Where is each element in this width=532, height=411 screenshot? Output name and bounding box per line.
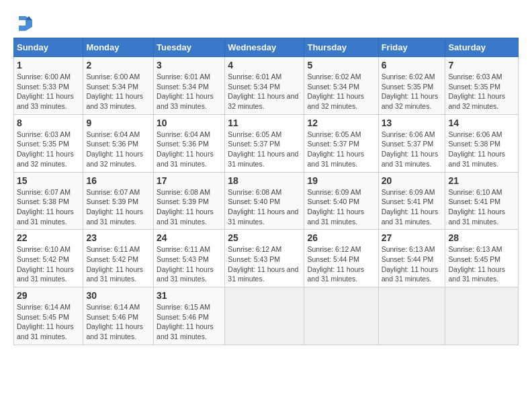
calendar-cell: 27Sunrise: 6:13 AMSunset: 5:44 PMDayligh… xyxy=(378,230,445,287)
col-header-wednesday: Wednesday xyxy=(225,38,304,57)
week-row-5: 29Sunrise: 6:14 AMSunset: 5:45 PMDayligh… xyxy=(14,287,519,345)
calendar-cell: 7Sunrise: 6:03 AMSunset: 5:35 PMDaylight… xyxy=(445,57,519,115)
day-number: 19 xyxy=(307,175,375,186)
calendar-cell: 31Sunrise: 6:15 AMSunset: 5:46 PMDayligh… xyxy=(154,287,225,345)
day-info: Sunrise: 6:00 AMSunset: 5:34 PMDaylight:… xyxy=(86,73,143,110)
calendar-cell: 17Sunrise: 6:08 AMSunset: 5:39 PMDayligh… xyxy=(154,172,225,230)
day-info: Sunrise: 6:03 AMSunset: 5:35 PMDaylight:… xyxy=(448,73,505,110)
calendar-cell: 22Sunrise: 6:10 AMSunset: 5:42 PMDayligh… xyxy=(14,230,83,287)
calendar-cell: 29Sunrise: 6:14 AMSunset: 5:45 PMDayligh… xyxy=(14,287,83,345)
day-number: 23 xyxy=(86,232,150,243)
day-info: Sunrise: 6:08 AMSunset: 5:39 PMDaylight:… xyxy=(157,188,214,226)
day-info: Sunrise: 6:05 AMSunset: 5:37 PMDaylight:… xyxy=(307,130,364,168)
day-info: Sunrise: 6:10 AMSunset: 5:42 PMDaylight:… xyxy=(17,245,74,283)
day-info: Sunrise: 6:02 AMSunset: 5:34 PMDaylight:… xyxy=(307,73,364,110)
col-header-thursday: Thursday xyxy=(304,38,378,57)
day-info: Sunrise: 6:06 AMSunset: 5:38 PMDaylight:… xyxy=(448,130,505,168)
day-number: 7 xyxy=(448,60,515,71)
day-info: Sunrise: 6:09 AMSunset: 5:41 PMDaylight:… xyxy=(382,188,439,226)
col-header-tuesday: Tuesday xyxy=(154,38,225,57)
calendar-cell: 8Sunrise: 6:03 AMSunset: 5:35 PMDaylight… xyxy=(14,114,83,172)
calendar-cell: 20Sunrise: 6:09 AMSunset: 5:41 PMDayligh… xyxy=(378,172,445,230)
calendar-cell: 3Sunrise: 6:01 AMSunset: 5:34 PMDaylight… xyxy=(154,57,225,115)
calendar-cell xyxy=(225,287,304,345)
day-number: 26 xyxy=(307,232,375,243)
day-number: 5 xyxy=(307,60,375,71)
day-number: 27 xyxy=(382,232,443,243)
calendar-cell xyxy=(304,287,378,345)
day-info: Sunrise: 6:10 AMSunset: 5:41 PMDaylight:… xyxy=(448,188,505,226)
day-number: 13 xyxy=(382,118,443,128)
day-number: 2 xyxy=(86,60,150,71)
calendar-cell: 2Sunrise: 6:00 AMSunset: 5:34 PMDaylight… xyxy=(83,57,154,115)
calendar-cell: 10Sunrise: 6:04 AMSunset: 5:36 PMDayligh… xyxy=(154,114,225,172)
day-info: Sunrise: 6:14 AMSunset: 5:45 PMDaylight:… xyxy=(17,303,74,340)
day-info: Sunrise: 6:12 AMSunset: 5:43 PMDaylight:… xyxy=(228,245,298,283)
col-header-monday: Monday xyxy=(83,38,154,57)
day-number: 11 xyxy=(228,118,301,128)
week-row-3: 15Sunrise: 6:07 AMSunset: 5:38 PMDayligh… xyxy=(14,172,519,230)
calendar-cell: 4Sunrise: 6:01 AMSunset: 5:34 PMDaylight… xyxy=(225,57,304,115)
day-info: Sunrise: 6:01 AMSunset: 5:34 PMDaylight:… xyxy=(228,73,298,110)
day-info: Sunrise: 6:05 AMSunset: 5:37 PMDaylight:… xyxy=(228,130,298,168)
logo-icon xyxy=(13,13,32,32)
header xyxy=(13,13,519,32)
week-row-4: 22Sunrise: 6:10 AMSunset: 5:42 PMDayligh… xyxy=(14,230,519,287)
calendar-table: SundayMondayTuesdayWednesdayThursdayFrid… xyxy=(13,38,519,345)
week-row-1: 1Sunrise: 6:00 AMSunset: 5:33 PMDaylight… xyxy=(14,57,519,115)
day-number: 20 xyxy=(382,175,443,186)
col-header-saturday: Saturday xyxy=(445,38,519,57)
calendar-cell: 25Sunrise: 6:12 AMSunset: 5:43 PMDayligh… xyxy=(225,230,304,287)
day-number: 3 xyxy=(157,60,222,71)
day-number: 15 xyxy=(17,175,80,186)
day-number: 17 xyxy=(157,175,222,186)
day-info: Sunrise: 6:01 AMSunset: 5:34 PMDaylight:… xyxy=(157,73,214,110)
day-info: Sunrise: 6:09 AMSunset: 5:40 PMDaylight:… xyxy=(307,188,364,226)
day-info: Sunrise: 6:11 AMSunset: 5:42 PMDaylight:… xyxy=(86,245,143,283)
logo xyxy=(13,13,35,32)
day-number: 29 xyxy=(17,290,80,301)
day-number: 12 xyxy=(307,118,375,128)
calendar-cell: 9Sunrise: 6:04 AMSunset: 5:36 PMDaylight… xyxy=(83,114,154,172)
day-number: 14 xyxy=(448,118,515,128)
calendar-cell: 12Sunrise: 6:05 AMSunset: 5:37 PMDayligh… xyxy=(304,114,378,172)
day-number: 24 xyxy=(157,232,222,243)
calendar-cell: 14Sunrise: 6:06 AMSunset: 5:38 PMDayligh… xyxy=(445,114,519,172)
calendar-cell: 1Sunrise: 6:00 AMSunset: 5:33 PMDaylight… xyxy=(14,57,83,115)
day-info: Sunrise: 6:14 AMSunset: 5:46 PMDaylight:… xyxy=(86,303,143,340)
day-number: 25 xyxy=(228,232,301,243)
calendar-cell: 28Sunrise: 6:13 AMSunset: 5:45 PMDayligh… xyxy=(445,230,519,287)
calendar-cell: 6Sunrise: 6:02 AMSunset: 5:35 PMDaylight… xyxy=(378,57,445,115)
day-info: Sunrise: 6:07 AMSunset: 5:38 PMDaylight:… xyxy=(17,188,74,226)
day-number: 9 xyxy=(86,118,150,128)
day-info: Sunrise: 6:11 AMSunset: 5:43 PMDaylight:… xyxy=(157,245,214,283)
calendar-cell: 13Sunrise: 6:06 AMSunset: 5:37 PMDayligh… xyxy=(378,114,445,172)
day-info: Sunrise: 6:02 AMSunset: 5:35 PMDaylight:… xyxy=(382,73,439,110)
calendar-cell: 16Sunrise: 6:07 AMSunset: 5:39 PMDayligh… xyxy=(83,172,154,230)
day-number: 8 xyxy=(17,118,80,128)
calendar-cell: 15Sunrise: 6:07 AMSunset: 5:38 PMDayligh… xyxy=(14,172,83,230)
day-info: Sunrise: 6:15 AMSunset: 5:46 PMDaylight:… xyxy=(157,303,214,340)
calendar-cell: 23Sunrise: 6:11 AMSunset: 5:42 PMDayligh… xyxy=(83,230,154,287)
col-header-friday: Friday xyxy=(378,38,445,57)
day-number: 22 xyxy=(17,232,80,243)
day-info: Sunrise: 6:07 AMSunset: 5:39 PMDaylight:… xyxy=(86,188,143,226)
day-info: Sunrise: 6:04 AMSunset: 5:36 PMDaylight:… xyxy=(157,130,214,168)
day-info: Sunrise: 6:03 AMSunset: 5:35 PMDaylight:… xyxy=(17,130,74,168)
day-number: 4 xyxy=(228,60,301,71)
calendar-cell: 21Sunrise: 6:10 AMSunset: 5:41 PMDayligh… xyxy=(445,172,519,230)
calendar-cell: 11Sunrise: 6:05 AMSunset: 5:37 PMDayligh… xyxy=(225,114,304,172)
calendar-cell: 24Sunrise: 6:11 AMSunset: 5:43 PMDayligh… xyxy=(154,230,225,287)
calendar-cell xyxy=(445,287,519,345)
day-info: Sunrise: 6:13 AMSunset: 5:45 PMDaylight:… xyxy=(448,245,505,283)
day-info: Sunrise: 6:00 AMSunset: 5:33 PMDaylight:… xyxy=(17,73,74,110)
calendar-cell: 5Sunrise: 6:02 AMSunset: 5:34 PMDaylight… xyxy=(304,57,378,115)
day-number: 31 xyxy=(157,290,222,301)
day-number: 6 xyxy=(382,60,443,71)
day-info: Sunrise: 6:12 AMSunset: 5:44 PMDaylight:… xyxy=(307,245,364,283)
day-info: Sunrise: 6:08 AMSunset: 5:40 PMDaylight:… xyxy=(228,188,298,226)
header-row: SundayMondayTuesdayWednesdayThursdayFrid… xyxy=(14,38,519,57)
calendar-cell: 30Sunrise: 6:14 AMSunset: 5:46 PMDayligh… xyxy=(83,287,154,345)
day-number: 21 xyxy=(448,175,515,186)
day-info: Sunrise: 6:04 AMSunset: 5:36 PMDaylight:… xyxy=(86,130,143,168)
